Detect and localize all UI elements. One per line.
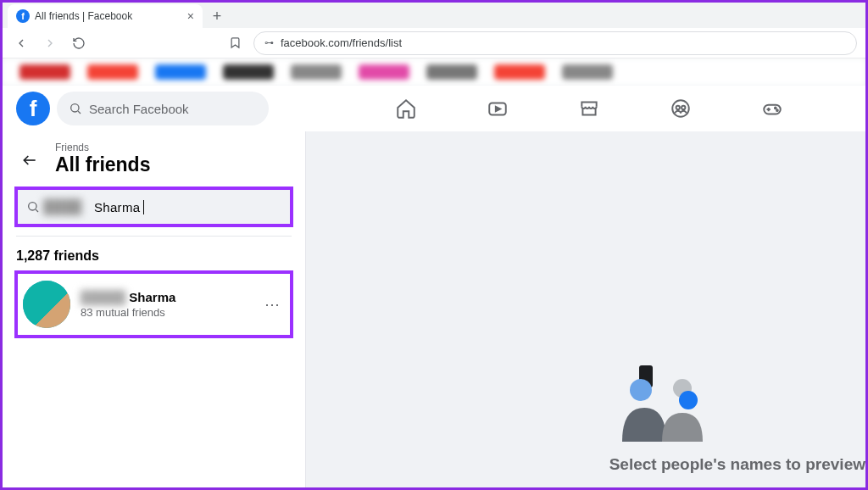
browser-chrome: f All friends | Facebook × + ⊶ facebook.… xyxy=(3,3,865,86)
svg-line-1 xyxy=(78,111,81,114)
new-tab-button[interactable]: + xyxy=(208,7,226,25)
sidebar-back-button[interactable] xyxy=(16,147,43,174)
gaming-icon[interactable] xyxy=(760,97,784,120)
friend-subtitle: 83 mutual friends xyxy=(81,306,249,319)
people-illustration xyxy=(609,360,720,445)
header-nav xyxy=(275,97,852,120)
svg-point-5 xyxy=(676,106,680,109)
friend-row[interactable]: █████ Sharma 83 mutual friends ⋯ xyxy=(23,281,285,328)
back-button[interactable] xyxy=(11,33,31,53)
empty-state: Select people's names to preview xyxy=(609,360,865,474)
search-friends-input[interactable]: ████ Sharma xyxy=(18,190,290,224)
home-icon[interactable] xyxy=(394,97,418,120)
search-icon xyxy=(26,200,40,214)
tab-title: All friends | Facebook xyxy=(35,10,182,22)
search-highlight-box: ████ Sharma xyxy=(14,187,293,227)
content-panel: Select people's names to preview xyxy=(306,131,865,487)
page-title: All friends xyxy=(55,153,150,176)
svg-point-13 xyxy=(29,203,36,210)
address-bar[interactable]: ⊶ facebook.com/friends/list xyxy=(253,31,857,55)
facebook-logo[interactable]: f xyxy=(16,92,50,125)
bookmarks-bar xyxy=(3,58,865,86)
close-tab-icon[interactable]: × xyxy=(187,9,194,23)
site-settings-icon[interactable]: ⊶ xyxy=(264,37,274,48)
groups-icon[interactable] xyxy=(669,97,693,120)
facebook-favicon: f xyxy=(16,9,30,23)
svg-line-14 xyxy=(36,209,38,212)
sidebar-header: Friends All friends xyxy=(3,131,305,181)
search-value: Sharma xyxy=(94,200,140,214)
friend-name: █████ Sharma xyxy=(81,290,249,304)
friends-count: 1,287 friends xyxy=(3,237,305,270)
tab-strip: f All friends | Facebook × + xyxy=(3,3,865,28)
reload-button[interactable] xyxy=(69,33,89,53)
empty-state-text: Select people's names to preview xyxy=(609,455,865,474)
bookmark-button[interactable] xyxy=(225,33,245,53)
friends-sidebar: Friends All friends ████ Sharma 1,287 fr… xyxy=(3,131,306,487)
main-area: Friends All friends ████ Sharma 1,287 fr… xyxy=(3,131,865,487)
svg-marker-3 xyxy=(496,107,500,111)
friend-highlight-box: █████ Sharma 83 mutual friends ⋯ xyxy=(14,270,293,338)
forward-button[interactable] xyxy=(40,33,60,53)
breadcrumb[interactable]: Friends xyxy=(55,142,150,153)
search-placeholder: Search Facebook xyxy=(89,102,189,116)
svg-point-0 xyxy=(71,104,79,112)
search-blurred-text: ████ xyxy=(43,199,91,214)
more-options-button[interactable]: ⋯ xyxy=(259,295,285,314)
svg-point-18 xyxy=(679,391,698,409)
marketplace-icon[interactable] xyxy=(577,97,601,120)
url-text: facebook.com/friends/list xyxy=(281,36,402,49)
video-icon[interactable] xyxy=(486,97,509,120)
facebook-header: f Search Facebook xyxy=(3,86,865,131)
svg-point-6 xyxy=(682,106,685,109)
svg-point-4 xyxy=(672,100,689,117)
svg-point-10 xyxy=(775,108,776,109)
text-cursor xyxy=(143,200,144,214)
svg-point-11 xyxy=(776,109,778,111)
toolbar-row: ⊶ facebook.com/friends/list xyxy=(3,28,865,58)
svg-point-16 xyxy=(630,379,652,401)
friend-avatar xyxy=(23,281,70,328)
facebook-search[interactable]: Search Facebook xyxy=(57,92,269,125)
search-icon xyxy=(69,102,82,115)
browser-tab[interactable]: f All friends | Facebook × xyxy=(8,4,203,28)
